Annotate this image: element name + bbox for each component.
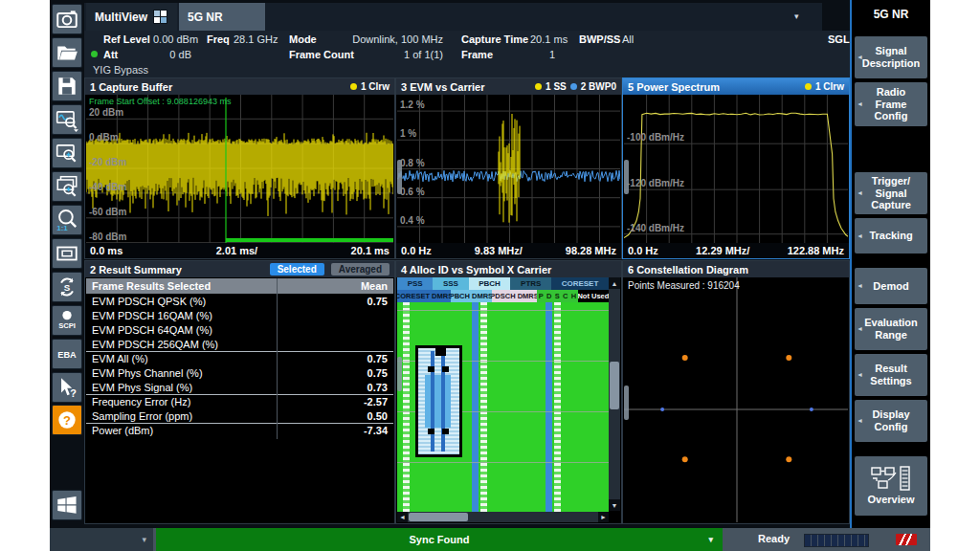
single-sweep-badge: SGL [828,33,850,45]
trace1-dot-icon [350,83,357,90]
splitter-handle[interactable] [397,160,402,194]
screenshot-button[interactable] [52,4,82,34]
softkey-display-config[interactable]: ◄Display Config [855,400,927,442]
vertical-scrollbar[interactable]: ▲ ▼ [609,277,620,511]
window-grid: 1 Capture Buffer 1 Clrw Frame Start Offs… [84,77,850,524]
sequencer-button[interactable]: S [52,272,82,302]
points-measured-label: Points Measured : 916204 [628,280,740,291]
table-row: EVM PDSCH 16QAM (%) [86,308,393,322]
eba-button[interactable]: EBA [52,339,82,369]
alloc-legend-row2: CORESET DMRSPBCH DMRSPDSCH DMRSPDSCHNot … [397,290,609,302]
display-frame-button[interactable] [52,238,82,269]
evm-x-axis: 0.0 Hz 9.83 MHz/ 98.28 MHz [396,243,621,258]
frame-count-value: 1 of 1(1) [371,49,443,60]
softkey-label: Tracking [869,230,912,242]
att-value: 0 dB [153,49,191,60]
softkey-overview[interactable]: Overview [855,456,927,516]
trace1-label: 1 Clrw [361,81,390,92]
windows-icon [55,493,79,518]
scpi-icon: SCPI [55,308,79,333]
tab-averaged[interactable]: Averaged [331,263,390,276]
vertical-scroll-handle[interactable] [610,362,619,409]
windows-start-button[interactable] [52,490,82,520]
window-alloc-map: 4 Alloc ID vs Symbol X Carrier PSSSSSPBC… [395,260,622,524]
multi-window-zoom-button[interactable] [52,171,82,202]
horizontal-scrollbar[interactable]: ◄ ► [397,512,609,522]
submenu-arrow-icon: ◄ [857,231,863,239]
ref-level-value: 0.00 dBm [153,33,198,45]
tab-multiview[interactable]: MultiView [86,3,177,31]
trace1-dot-icon [535,83,542,90]
capture-time-value: 20.1 ms [530,33,568,45]
softkey-evaluation-range[interactable]: ◄Evaluation Range [855,308,927,350]
table-column-divider [277,278,278,439]
softkey-radio-frame-config[interactable]: ◄Radio Frame Config [855,82,927,126]
zoom-display-button[interactable] [52,138,82,168]
softkey-demod[interactable]: ◄Demod [855,268,927,304]
context-help-button[interactable]: ? [52,372,82,403]
window-power-spectrum-titlebar[interactable]: 5 Power Spectrum 1 Clrw [623,78,849,95]
status-dropdown[interactable]: ▾ [50,528,153,551]
x-tick-per-div: 2.01 ms/ [216,245,257,256]
scroll-right-icon[interactable]: ► [598,512,609,522]
att-status-led [91,51,98,57]
x-tick-end: 20.1 ms [351,245,390,256]
zoom-1to1-button[interactable]: 1:1 [52,205,82,235]
scroll-down-icon[interactable]: ▼ [609,499,620,511]
splitter-handle[interactable] [624,386,629,420]
scpi-recorder-button[interactable]: SCPI [52,305,82,336]
result-label: EVM PDSCH 64QAM (%) [92,324,388,336]
table-row: EVM Phys Signal (%)0.73 [86,380,393,394]
legend-chip: PTRS [510,277,551,290]
trace1-label: 1 Clrw [815,81,844,92]
window-evm-titlebar[interactable]: 3 EVM vs Carrier 1 SS 2 BWP0 [396,78,621,95]
table-row: EVM Phys Channel (%)0.75 [86,365,393,380]
help-button[interactable]: ? [52,405,82,435]
table-row: Frequency Error (Hz)-2.57 [86,394,393,408]
open-file-button[interactable] [52,37,82,68]
tab-5g-nr[interactable]: 5G NR [179,3,265,31]
softkey-trigger-signal-capture[interactable]: ◄Trigger/ Signal Capture [855,172,927,214]
softkey-signal-description[interactable]: ◄Signal Description [855,36,927,78]
coreset-stripe [546,302,552,512]
result-label: EVM PDSCH 16QAM (%) [92,310,388,321]
column-header-mean: Mean [361,280,388,292]
not-used-cell [428,366,434,372]
splitter-handle[interactable] [397,357,402,391]
scroll-up-icon[interactable]: ▲ [609,277,620,289]
tab-overflow-chevron-icon[interactable]: ▾ [794,11,799,21]
submenu-arrow-icon: ◄ [857,282,863,290]
legend-chip: PBCH [469,277,511,290]
submenu-arrow-icon: ◄ [857,189,863,197]
save-icon [55,74,79,99]
horizontal-scroll-handle[interactable] [409,513,468,521]
save-button[interactable] [52,71,82,101]
zoom-1to1-icon: 1:1 [55,208,79,232]
submenu-arrow-icon: ◄ [857,100,863,108]
chevron-down-icon[interactable]: ▾ [708,535,713,544]
tab-selected[interactable]: Selected [270,263,324,276]
legend-chip: Not Used [578,290,609,302]
result-value: 0.73 [368,382,388,393]
overview-flowchart-icon [871,466,911,491]
legend-chip: CORESET [551,277,609,290]
result-label: EVM All (%) [92,353,368,364]
submenu-arrow-icon: ◄ [857,54,863,61]
window-alloc-map-titlebar[interactable]: 4 Alloc ID vs Symbol X Carrier [396,261,621,277]
window-result-summary-titlebar[interactable]: 2 Result Summary Selected Averaged [85,261,394,277]
window-capture-buffer-titlebar[interactable]: 1 Capture Buffer 1 Clrw [85,78,394,95]
result-value: 0.75 [368,367,388,379]
toolbar: 1:1 S SCPI EBA ? ? [50,0,84,528]
result-label: EVM PDSCH 256QAM (%) [92,339,388,350]
submenu-arrow-icon: ◄ [857,325,863,333]
softkey-tracking[interactable]: ◄Tracking [855,218,927,253]
softkey-result-settings[interactable]: ◄Result Settings [855,354,927,396]
window-constellation-titlebar[interactable]: 6 Constellation Diagram [623,261,849,277]
x-tick-start: 0.0 ms [90,245,122,256]
splitter-handle[interactable] [624,160,629,194]
chevron-down-icon: ▾ [142,535,146,544]
window-title: 3 EVM vs Carrier [401,81,484,93]
scroll-left-icon[interactable]: ◄ [397,512,408,522]
softkey-panel: 5G NR ◄Signal Description ◄Radio Frame C… [850,0,930,528]
zoom-signal-button[interactable] [52,104,82,135]
